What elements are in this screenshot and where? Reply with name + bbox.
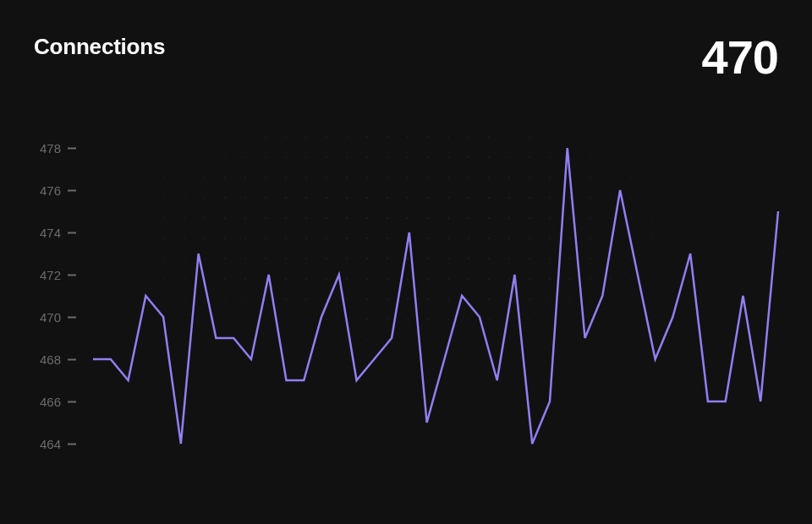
- y-axis: 478476474472470468466464: [34, 127, 85, 465]
- y-tick-mark: [68, 401, 76, 402]
- y-tick-mark: [68, 274, 76, 276]
- y-tick-mark: [68, 189, 76, 191]
- y-tick-label: 464: [34, 437, 61, 451]
- y-tick-mark: [68, 443, 76, 445]
- y-tick: 478: [34, 141, 76, 156]
- y-tick-mark: [68, 232, 76, 233]
- y-tick: 474: [34, 226, 76, 240]
- y-tick-mark: [68, 147, 76, 149]
- y-tick-label: 470: [34, 310, 61, 325]
- current-value: 470: [702, 34, 778, 81]
- y-tick-label: 474: [34, 226, 61, 240]
- line-chart-svg: [93, 127, 778, 465]
- chart-title: Connections: [34, 34, 165, 60]
- line-series: [93, 148, 778, 444]
- y-tick-mark: [68, 316, 76, 318]
- chart-area: 478476474472470468466464: [34, 127, 778, 465]
- chart-header: Connections 470: [34, 34, 778, 81]
- y-tick-label: 478: [34, 141, 61, 156]
- y-tick: 464: [34, 437, 76, 451]
- y-tick-label: 466: [34, 395, 61, 409]
- y-tick: 476: [34, 183, 76, 198]
- y-tick-label: 468: [34, 352, 61, 367]
- y-tick: 472: [34, 268, 76, 282]
- y-tick-label: 476: [34, 183, 61, 198]
- y-tick-label: 472: [34, 268, 61, 282]
- y-tick: 466: [34, 395, 76, 409]
- chart-plot: [93, 127, 778, 465]
- y-tick-mark: [68, 358, 76, 360]
- y-tick: 468: [34, 352, 76, 367]
- y-tick: 470: [34, 310, 76, 325]
